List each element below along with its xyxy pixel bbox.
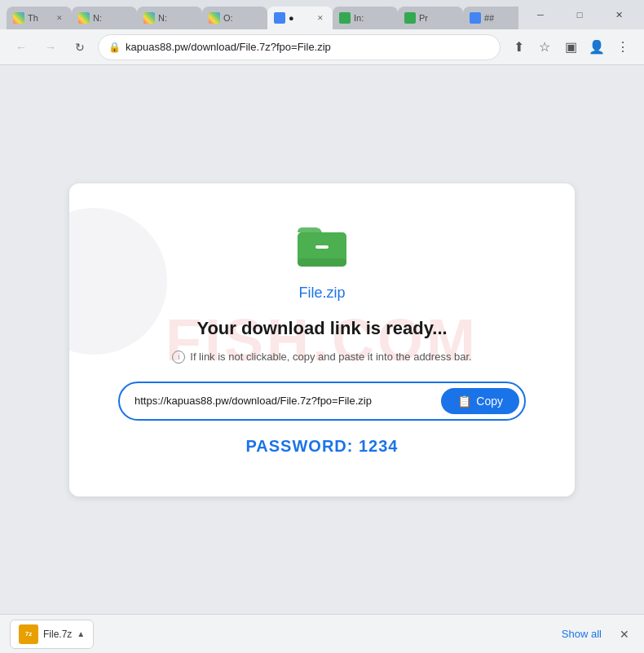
- minimize-button[interactable]: ─: [522, 3, 559, 26]
- downloads-close-button[interactable]: ✕: [615, 624, 634, 644]
- info-text-label: If link is not clickable, copy and paste…: [190, 351, 471, 363]
- link-url-text: https://kapuas88.pw/download/File.7z?fpo…: [135, 395, 433, 407]
- folder-icon-wrap: [293, 216, 351, 275]
- circle-decoration: [69, 208, 167, 355]
- tab-7-favicon: [404, 12, 416, 24]
- address-text: kapuas88.pw/download/File.7z?fpo=File.zi…: [126, 41, 490, 53]
- tab-5-close[interactable]: ✕: [315, 12, 326, 24]
- tab-6-label: In:: [354, 13, 364, 23]
- copy-icon: 📋: [457, 395, 471, 408]
- tab-2[interactable]: N:: [72, 7, 137, 29]
- file-name: File.zip: [298, 285, 345, 302]
- refresh-button[interactable]: ↻: [68, 36, 91, 59]
- tab-7-label: Pr: [419, 13, 428, 23]
- tab-3-label: N:: [158, 13, 167, 23]
- copy-button[interactable]: 📋 Copy: [441, 388, 519, 414]
- download-chevron-icon[interactable]: ▲: [77, 629, 85, 638]
- address-bar[interactable]: 🔒 kapuas88.pw/download/File.7z?fpo=File.…: [98, 34, 501, 60]
- tab-2-label: N:: [93, 13, 102, 23]
- tab-4-label: O:: [223, 13, 233, 23]
- title-bar: Th ✕ N: N: O: ● ✕ In:: [0, 0, 644, 29]
- tab-3[interactable]: N:: [137, 7, 202, 29]
- window-controls: ─ □ ✕: [522, 3, 637, 26]
- svg-rect-1: [315, 245, 329, 249]
- tab-1-close[interactable]: ✕: [54, 12, 65, 24]
- folder-icon: [293, 216, 351, 275]
- share-icon[interactable]: ⬆: [507, 36, 530, 59]
- bookmark-icon[interactable]: ☆: [533, 36, 556, 59]
- tab-2-favicon: [78, 12, 90, 24]
- maximize-button[interactable]: □: [561, 3, 598, 26]
- menu-icon[interactable]: ⋮: [611, 36, 634, 59]
- tab-strip: Th ✕ N: N: O: ● ✕ In:: [7, 0, 518, 29]
- tab-1[interactable]: Th ✕: [7, 7, 72, 29]
- tab-1-favicon: [13, 12, 24, 24]
- download-thumb-icon: 7z: [19, 624, 38, 644]
- tab-1-label: Th: [28, 13, 38, 23]
- password-text: PASSWORD: 1234: [245, 437, 398, 456]
- back-button[interactable]: ←: [10, 36, 33, 59]
- tab-6[interactable]: In:: [333, 7, 398, 29]
- downloads-bar: 7z File.7z ▲ Show all ✕: [0, 614, 644, 653]
- download-card: FISH.COM File.zip Your download link is …: [69, 183, 575, 496]
- download-item: 7z File.7z ▲: [10, 620, 94, 649]
- link-row: https://kapuas88.pw/download/File.7z?fpo…: [118, 382, 526, 421]
- headline: Your download link is ready...: [196, 318, 447, 339]
- info-text: i If link is not clickable, copy and pas…: [172, 351, 471, 364]
- tab-8-label: ##: [484, 13, 494, 23]
- show-all-button[interactable]: Show all: [555, 624, 608, 643]
- account-icon[interactable]: 👤: [585, 36, 608, 59]
- copy-button-label: Copy: [476, 395, 503, 408]
- lock-icon: 🔒: [108, 42, 121, 53]
- svg-rect-2: [298, 258, 346, 267]
- tab-4-favicon: [209, 12, 220, 24]
- tab-3-favicon: [143, 12, 155, 24]
- tab-5-label: ●: [289, 13, 294, 23]
- toolbar-actions: ⬆ ☆ ▣ 👤 ⋮: [507, 36, 634, 59]
- toolbar: ← → ↻ 🔒 kapuas88.pw/download/File.7z?fpo…: [0, 29, 644, 65]
- forward-button[interactable]: →: [39, 36, 62, 59]
- tab-5-favicon: [274, 12, 285, 24]
- page-content: FISH.COM File.zip Your download link is …: [0, 65, 644, 614]
- download-file-name: File.7z: [43, 629, 72, 640]
- info-icon: i: [172, 351, 185, 364]
- tab-5-active[interactable]: ● ✕: [267, 7, 333, 29]
- sidebar-icon[interactable]: ▣: [559, 36, 582, 59]
- tab-6-favicon: [339, 12, 351, 24]
- close-button[interactable]: ✕: [600, 3, 637, 26]
- tab-7[interactable]: Pr: [398, 7, 463, 29]
- tab-4[interactable]: O:: [202, 7, 267, 29]
- tab-8[interactable]: ##: [463, 7, 518, 29]
- tab-8-favicon: [470, 12, 481, 24]
